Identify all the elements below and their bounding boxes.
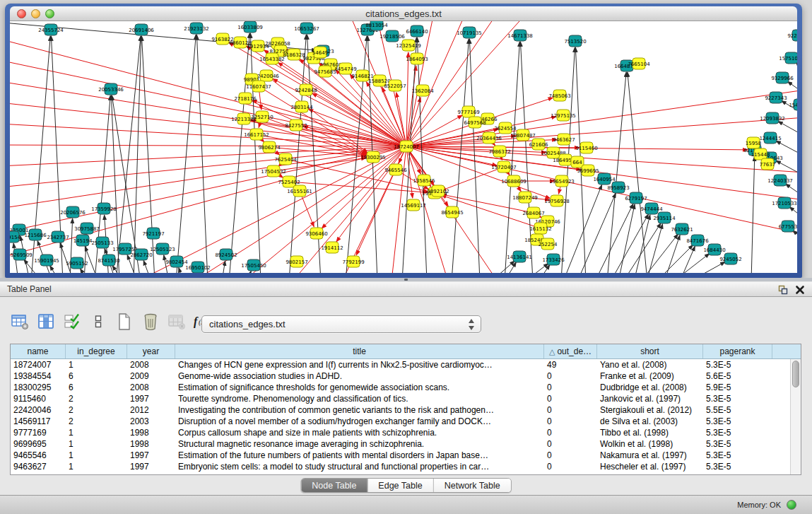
column-header-short[interactable]: short [597, 344, 703, 358]
column-header-out_degree[interactable]: △out_de… [544, 344, 597, 358]
graph-node-label: 145194 [73, 238, 93, 244]
table-toolbar: f(x) [10, 311, 213, 334]
cell-pagerank: 5.3E-5 [703, 427, 772, 438]
graph-node-label: 1244415 [759, 136, 781, 141]
table-row[interactable]: 2242004622012Investigating the contribut… [11, 404, 801, 416]
graph-node-label: 25269509 [10, 252, 33, 258]
cell-pagerank: 5.9E-5 [703, 382, 772, 393]
graph-node-label: 6279197 [625, 196, 647, 201]
scrollbar-thumb[interactable] [792, 361, 799, 387]
graph-node-label: 7665104 [628, 62, 650, 67]
graph-node-label: 1358545 [413, 178, 435, 184]
table-row[interactable]: 1830029562008Estimation of significance … [11, 382, 801, 393]
cell-in_degree: 1 [66, 359, 127, 370]
network-graph-canvas[interactable]: 2435572420691406219231321603380910653267… [10, 21, 797, 273]
table-row[interactable]: 946554611997Estimation of the future num… [11, 450, 801, 461]
cell-in_degree: 1 [66, 438, 127, 450]
table-row[interactable]: 946362711997Embryonic stem cells: a mode… [11, 461, 801, 472]
float-panel-icon[interactable] [778, 285, 788, 295]
graph-node-label: 14671338 [507, 33, 533, 39]
graph-node-label: 9463627 [553, 137, 575, 143]
cell-pagerank: 5.3E-5 [703, 393, 772, 404]
table-column-icon [37, 313, 55, 332]
rows-icon [93, 313, 103, 332]
table-selector-dropdown[interactable]: citations_edges.txt [201, 315, 481, 333]
graph-node-label: 10719135 [457, 30, 482, 36]
cell-pagerank: 5.3E-5 [703, 438, 772, 450]
graph-node-label: 677553 [779, 224, 797, 230]
graph-node-label: 2935114 [653, 216, 676, 221]
graph-node-label: 1684430 [703, 247, 725, 253]
cell-name: 22420046 [11, 404, 66, 416]
tab-node-table[interactable]: Node Table [301, 479, 367, 492]
network-view-window[interactable]: citations_edges.txt 24355724206914062192… [5, 4, 802, 278]
cell-year: 2003 [127, 416, 175, 427]
delete-table-button[interactable] [141, 313, 160, 332]
graph-node-label: 664 [572, 160, 582, 165]
column-header-in_degree[interactable]: in_degree [66, 344, 127, 358]
table-row[interactable]: 977716911998Corpus callosum shape and si… [11, 427, 801, 438]
graph-node-label: 10653267 [294, 26, 319, 32]
cell-in_degree: 1 [66, 461, 127, 472]
cell-title: Estimation of the future numbers of pati… [175, 450, 544, 461]
graph-node-label: 2505133 [91, 240, 113, 246]
table-row[interactable]: 1872400712008Changes of HCN gene express… [11, 359, 801, 370]
column-header-name[interactable]: name [11, 344, 66, 358]
graph-node-label: 39154 [10, 235, 21, 240]
cell-year: 2009 [127, 370, 175, 382]
rows-button[interactable] [88, 313, 108, 332]
graph-node-label: 17359928 [91, 206, 117, 212]
table-row[interactable]: 1938455462009Genome-wide association stu… [11, 370, 801, 382]
new-table-button[interactable] [114, 313, 134, 332]
graph-node-label: 17505450 [241, 263, 266, 269]
window-titlebar[interactable]: citations_edges.txt [10, 6, 797, 21]
graph-node-label: 6497568 [464, 120, 486, 126]
graph-node-label: 10807487 [510, 133, 536, 139]
cell-out_degree: 0 [544, 416, 597, 427]
table-row[interactable]: 969969511998Structural magnetic resonanc… [11, 438, 801, 450]
cell-in_degree: 1 [66, 450, 127, 461]
graph-node-label: 20053346 [98, 87, 124, 93]
cell-in_degree: 2 [66, 393, 127, 404]
cell-year: 2008 [127, 359, 175, 370]
graph-node-label: 9806274 [258, 145, 281, 151]
table-row[interactable]: 911546021997Tourette syndrome. Phenomeno… [11, 393, 801, 404]
cell-title: Structural magnetic resonance image aver… [175, 438, 544, 450]
graph-node-label: 8654945 [441, 210, 463, 216]
graph-node-label: 11607437 [246, 84, 271, 90]
graph-node-label: 14569117 [401, 203, 426, 209]
graph-node-label: 18300295 [360, 155, 386, 160]
graph-node-label: 9892102 [427, 189, 449, 194]
table-column-button[interactable] [36, 313, 56, 332]
graph-node-label: 7513520 [564, 39, 586, 45]
column-label: year [143, 346, 159, 356]
column-header-title[interactable]: title [175, 344, 544, 358]
graph-node-label: 9474444 [640, 206, 663, 212]
graph-node-label: 252254 [539, 242, 558, 247]
graph-node-label: 18807249 [512, 195, 538, 201]
table-settings-button[interactable] [10, 313, 30, 332]
cell-title: Embryonic stem cells: a model to study s… [175, 461, 544, 472]
cell-title: Estimation of significance thresholds fo… [175, 382, 544, 393]
memory-status-label: Memory: OK [737, 501, 781, 509]
graph-node-label: 1252710 [251, 115, 273, 120]
cell-year: 1998 [127, 438, 175, 450]
graph-node-label: 3624554 [494, 126, 517, 132]
graph-node-label: 9777169 [457, 110, 479, 115]
cell-title: Corpus callosum shape and size in male p… [175, 427, 544, 438]
close-panel-icon[interactable] [795, 285, 805, 295]
table-row[interactable]: 1456911722003Disruption of a novel membe… [11, 416, 801, 427]
graph-node-label: 7792199 [342, 259, 364, 265]
tab-network-table[interactable]: Network Table [433, 479, 511, 492]
column-header-year[interactable]: year [127, 344, 175, 358]
vertical-scrollbar[interactable] [790, 359, 801, 474]
tab-edge-table[interactable]: Edge Table [367, 479, 433, 492]
cell-in_degree: 2 [66, 416, 127, 427]
graph-node-label: 12093832 [760, 116, 785, 122]
column-header-pagerank[interactable]: pagerank [703, 344, 772, 358]
cell-title: Changes of HCN gene expression and I(f) … [175, 359, 544, 370]
cell-out_degree: 0 [544, 393, 597, 404]
graph-node-label: 9329966 [771, 76, 794, 81]
cell-out_degree: 0 [544, 438, 597, 450]
row-selection-button[interactable] [62, 313, 82, 332]
